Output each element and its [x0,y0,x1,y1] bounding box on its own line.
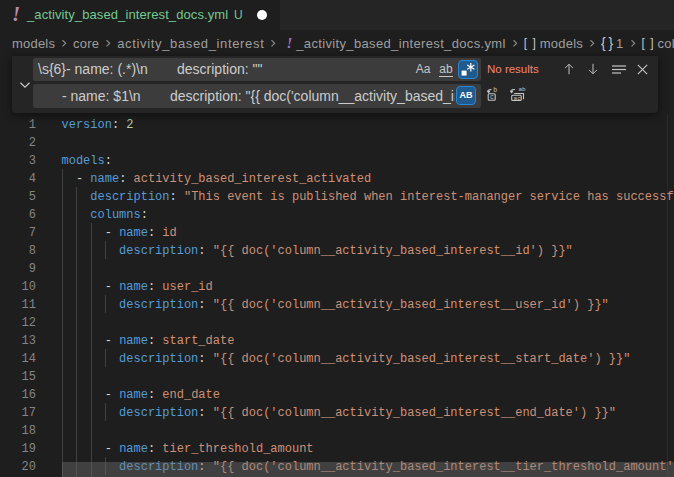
svg-text:c: c [490,94,494,101]
svg-text:ab: ab [519,86,527,93]
svg-text:b: b [493,87,497,94]
svg-text:ac: ac [514,95,522,102]
